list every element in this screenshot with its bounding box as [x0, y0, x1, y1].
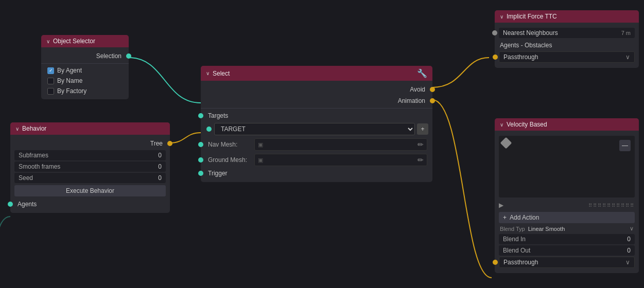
play-button[interactable]: ▶ — [499, 202, 503, 209]
by-name-checkbox[interactable] — [47, 78, 54, 84]
passthrough-socket-velocity[interactable] — [493, 260, 498, 265]
trigger-row: Trigger — [201, 168, 432, 179]
implicit-force-header: ∨ Implicit Force TTC — [495, 10, 639, 23]
smooth-frames-row: Smooth frames 0 — [14, 161, 166, 172]
passthrough-velocity-chevron[interactable]: ∨ — [625, 259, 630, 266]
by-name-row[interactable]: By Name — [41, 76, 129, 86]
blend-type-chevron[interactable]: ∨ — [630, 225, 634, 232]
add-icon: + — [503, 214, 507, 221]
velocity-controls: ▶ ⠿⠿⠿⠿⠿⠿⠿⠿⠿⠿ — [495, 200, 639, 211]
target-select-row: TARGET + — [205, 123, 428, 135]
nav-mesh-row: Nav Mesh: ▣ ✏ — [201, 137, 432, 152]
animation-label: Animation — [398, 97, 425, 104]
velocity-based-title: Velocity Based — [507, 121, 547, 128]
object-selector-chevron[interactable]: ∨ — [46, 39, 50, 44]
selection-label: Selection — [96, 52, 121, 60]
implicit-force-title: Implicit Force TTC — [507, 13, 557, 20]
blend-type-value[interactable]: Linear Smooth — [528, 226, 565, 232]
object-selector-body: Selection By Agent By Name By Factory — [41, 47, 129, 99]
avoid-row: Avoid — [201, 84, 432, 95]
blend-out-value[interactable]: 0 — [627, 247, 631, 254]
targets-row: Targets — [201, 110, 432, 121]
minus-button[interactable]: — — [619, 140, 631, 151]
target-add-button[interactable]: + — [417, 123, 428, 135]
by-agent-checkbox[interactable] — [47, 67, 54, 74]
nav-mesh-input[interactable]: ▣ ✏ — [254, 138, 427, 151]
implicit-force-body: Nearest Neighbours 7 m Agents - Obstacle… — [495, 23, 639, 68]
agents-socket[interactable] — [8, 202, 13, 207]
smooth-frames-value[interactable]: 0 — [158, 163, 162, 170]
blend-in-row: Blend In 0 — [499, 234, 635, 244]
select-icon: 🔧 — [417, 68, 427, 78]
by-name-label: By Name — [57, 77, 82, 84]
avoid-socket[interactable] — [430, 87, 435, 92]
select-title: Select — [213, 70, 230, 77]
velocity-canvas: — — [499, 136, 635, 197]
target-dropdown[interactable]: TARGET — [214, 123, 415, 135]
ground-mesh-input[interactable]: ▣ ✏ — [254, 154, 427, 166]
blend-type-row: Blend Typ Linear Smooth ∨ — [495, 224, 639, 233]
select-body: Avoid Animation Targets TARGET + Nav Mes… — [201, 81, 432, 182]
velocity-based-header: ∨ Velocity Based — [495, 118, 639, 131]
selection-socket[interactable] — [126, 53, 131, 59]
subframes-row: Subframes 0 — [14, 150, 166, 160]
select-node: ∨ Select 🔧 Avoid Animation Targets TARGE… — [201, 66, 432, 182]
avoid-label: Avoid — [410, 86, 425, 93]
ground-mesh-label: Ground Mesh: — [208, 156, 249, 164]
by-agent-row[interactable]: By Agent — [41, 65, 129, 76]
passthrough-velocity-row: Passthrough ∨ — [499, 257, 635, 268]
behavior-node: ∨ Behavior Tree Subframes 0 Smooth frame… — [10, 122, 170, 213]
object-selector-node: ∨ Object Selector Selection By Agent By … — [41, 35, 129, 99]
nearest-row: Nearest Neighbours 7 m — [499, 28, 635, 38]
blend-type-label: Blend Typ — [500, 226, 525, 232]
nav-mesh-label: Nav Mesh: — [208, 141, 249, 148]
nav-mesh-socket[interactable] — [198, 142, 203, 147]
nav-mesh-edit-icon[interactable]: ✏ — [417, 140, 424, 149]
agents-obstacles-row: Agents - Obstacles — [495, 40, 639, 50]
ground-mesh-row: Ground Mesh: ▣ ✏ — [201, 152, 432, 168]
timeline-dots: ⠿⠿⠿⠿⠿⠿⠿⠿⠿⠿ — [588, 203, 635, 208]
smooth-frames-label: Smooth frames — [19, 163, 60, 170]
animation-socket[interactable] — [430, 98, 435, 103]
passthrough-row: Passthrough ∨ — [499, 51, 635, 63]
nearest-socket[interactable] — [492, 30, 497, 35]
targets-socket[interactable] — [198, 113, 203, 118]
by-factory-label: By Factory — [57, 87, 86, 95]
trigger-socket[interactable] — [198, 171, 203, 176]
execute-behavior-button[interactable]: Execute Behavior — [14, 185, 166, 196]
implicit-force-chevron[interactable]: ∨ — [500, 14, 503, 20]
by-factory-checkbox[interactable] — [47, 88, 54, 95]
velocity-based-node: ∨ Velocity Based — ▶ ⠿⠿⠿⠿⠿⠿⠿⠿⠿⠿ + Add Ac… — [495, 118, 639, 273]
add-action-row[interactable]: + Add Action — [499, 212, 635, 223]
object-selector-header: ∨ Object Selector — [41, 35, 129, 47]
behavior-chevron[interactable]: ∨ — [15, 126, 19, 132]
tree-label: Tree — [150, 140, 163, 147]
blend-in-value[interactable]: 0 — [627, 236, 631, 243]
by-factory-row[interactable]: By Factory — [41, 86, 129, 96]
subframes-value[interactable]: 0 — [158, 152, 162, 159]
passthrough-chevron-ttc[interactable]: ∨ — [625, 53, 630, 61]
ground-mesh-socket[interactable] — [198, 157, 203, 163]
target-socket[interactable] — [206, 127, 212, 132]
seed-row: Seed 0 — [14, 173, 166, 183]
blend-out-label: Blend Out — [503, 247, 530, 254]
seed-label: Seed — [19, 174, 33, 182]
seed-value[interactable]: 0 — [158, 174, 162, 182]
behavior-body: Tree Subframes 0 Smooth frames 0 Seed 0 … — [10, 135, 170, 213]
tree-socket[interactable] — [167, 141, 172, 146]
velocity-based-body: — ▶ ⠿⠿⠿⠿⠿⠿⠿⠿⠿⠿ + Add Action Blend Typ Li… — [495, 131, 639, 273]
by-agent-label: By Agent — [57, 67, 82, 74]
object-selector-title: Object Selector — [53, 38, 95, 45]
select-header: ∨ Select 🔧 — [201, 66, 432, 81]
behavior-title: Behavior — [22, 125, 46, 132]
passthrough-socket-ttc[interactable] — [493, 55, 498, 60]
nearest-value: 7 m — [621, 30, 631, 36]
add-action-label: Add Action — [510, 214, 539, 221]
passthrough-label-velocity: Passthrough — [503, 259, 538, 266]
select-chevron[interactable]: ∨ — [206, 70, 210, 76]
ground-mesh-edit-icon[interactable]: ✏ — [417, 156, 424, 164]
velocity-based-chevron[interactable]: ∨ — [500, 122, 503, 128]
implicit-force-node: ∨ Implicit Force TTC Nearest Neighbours … — [495, 10, 639, 68]
velocity-diamond — [500, 137, 512, 149]
passthrough-label-ttc: Passthrough — [503, 53, 538, 61]
